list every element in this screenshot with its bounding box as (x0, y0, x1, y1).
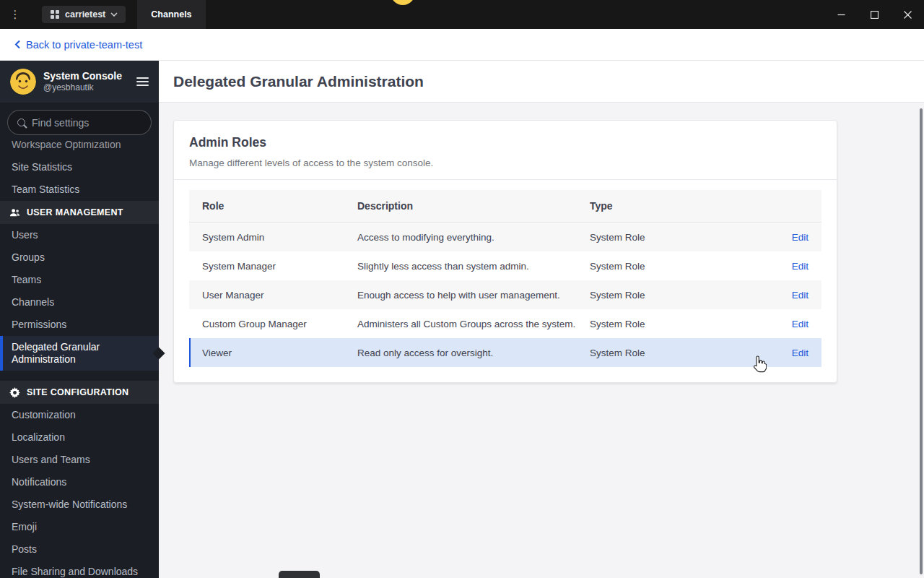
grid-icon (50, 9, 60, 20)
column-header-role: Role (189, 200, 344, 212)
card-subtitle: Manage different levels of access to the… (189, 158, 821, 168)
description-cell: Slightly less access than system admin. (344, 261, 577, 272)
sidebar-section-label: USER MANAGEMENT (27, 207, 123, 217)
card-divider (174, 179, 837, 180)
back-navigation-bar: Back to private-team-test (0, 29, 924, 61)
sidebar-item-site-statistics[interactable]: Site Statistics (0, 156, 159, 178)
sidebar-section-user-management: USER MANAGEMENT (0, 201, 159, 224)
table-row: Custom Group Manager Administers all Cus… (189, 309, 821, 338)
menu-icon[interactable] (136, 77, 149, 86)
card-header: Admin Roles Manage different levels of a… (174, 121, 837, 179)
chevron-left-icon (14, 40, 21, 49)
edit-link[interactable]: Edit (792, 290, 808, 301)
sidebar-item-emoji[interactable]: Emoji (0, 516, 159, 538)
table-row: User Manager Enough access to help with … (189, 280, 821, 309)
type-cell: System Role (577, 261, 692, 272)
tab-channels[interactable]: Channels (137, 0, 205, 29)
workspace-label: carrietest (65, 9, 105, 20)
search-pill (7, 110, 152, 135)
column-header-type: Type (577, 200, 692, 212)
sidebar-item-localization[interactable]: Localization (0, 426, 159, 449)
console-title: System Console (43, 70, 122, 83)
table-row: System Manager Slightly less access than… (189, 251, 821, 280)
workspace-selector[interactable]: carrietest (42, 6, 126, 23)
bottom-partial-element (279, 571, 320, 578)
sidebar-search (0, 103, 159, 141)
search-input[interactable] (32, 117, 141, 129)
sidebar-item-system-wide-notifications[interactable]: System-wide Notifications (0, 493, 159, 516)
description-cell: Enough access to help with user manageme… (344, 290, 577, 301)
type-cell: System Role (577, 232, 692, 243)
sidebar-item-groups[interactable]: Groups (0, 246, 159, 269)
sidebar-item-posts[interactable]: Posts (0, 538, 159, 561)
sidebar-item-customization[interactable]: Customization (0, 404, 159, 426)
app-menu-button[interactable]: ⋮ (0, 8, 30, 21)
window-controls (824, 0, 924, 29)
admin-roles-card: Admin Roles Manage different levels of a… (173, 120, 837, 383)
type-cell: System Role (577, 348, 692, 358)
sidebar-header: System Console @yesbhautik (0, 61, 159, 103)
table-row-highlighted: Viewer Read only access for oversight. S… (189, 338, 821, 367)
titlebar: ⋮ carrietest Channels (0, 0, 924, 29)
description-cell: Access to modifying everything. (344, 232, 577, 243)
sidebar-item-teams[interactable]: Teams (0, 269, 159, 291)
sidebar-header-text: System Console @yesbhautik (43, 70, 122, 94)
sidebar-item-file-sharing-and-downloads[interactable]: File Sharing and Downloads (0, 561, 159, 578)
table-header-row: Role Description Type (189, 190, 821, 223)
sidebar-item-users-and-teams[interactable]: Users and Teams (0, 449, 159, 471)
card-title: Admin Roles (189, 135, 821, 150)
role-cell: Custom Group Manager (189, 319, 344, 329)
search-icon (17, 118, 25, 126)
type-cell: System Role (577, 290, 692, 301)
description-cell: Read only access for oversight. (344, 348, 577, 358)
maximize-button[interactable] (858, 0, 891, 29)
edit-link[interactable]: Edit (792, 319, 808, 329)
minimize-button[interactable] (824, 0, 858, 29)
sidebar-item-notifications[interactable]: Notifications (0, 471, 159, 493)
sidebar-item-permissions[interactable]: Permissions (0, 314, 159, 336)
sidebar-item-team-statistics[interactable]: Team Statistics (0, 178, 159, 201)
tab-channels-label: Channels (151, 9, 191, 20)
sidebar-nav: Workspace Optimization Site Statistics T… (0, 134, 159, 578)
page-title: Delegated Granular Administration (173, 73, 424, 90)
back-link[interactable]: Back to private-team-test (14, 39, 142, 51)
chevron-down-icon (110, 12, 118, 17)
close-button[interactable] (891, 0, 924, 29)
main-content: Delegated Granular Administration Admin … (159, 61, 924, 578)
back-link-label: Back to private-team-test (26, 39, 142, 51)
sidebar-item-users[interactable]: Users (0, 224, 159, 246)
role-cell: System Manager (189, 261, 344, 272)
scrollbar-thumb[interactable] (920, 108, 923, 574)
page-header: Delegated Granular Administration (159, 61, 924, 103)
sidebar-item-channels[interactable]: Channels (0, 291, 159, 314)
avatar[interactable] (10, 69, 36, 95)
titlebar-emoji-partial (391, 0, 415, 5)
edit-link[interactable]: Edit (792, 261, 808, 272)
sidebar-section-site-configuration: SITE CONFIGURATION (0, 381, 159, 404)
people-icon (9, 207, 20, 218)
role-cell: System Admin (189, 232, 344, 243)
type-cell: System Role (577, 319, 692, 329)
role-cell: User Manager (189, 290, 344, 301)
edit-link[interactable]: Edit (792, 348, 808, 358)
sidebar-item-delegated-granular-administration[interactable]: Delegated Granular Administration (0, 336, 159, 371)
edit-link[interactable]: Edit (792, 232, 808, 243)
sidebar-section-label: SITE CONFIGURATION (27, 387, 128, 397)
table-row: System Admin Access to modifying everyth… (189, 223, 821, 251)
gear-icon (9, 387, 20, 398)
system-console-sidebar: System Console @yesbhautik Workspace Opt… (0, 61, 159, 578)
description-cell: Administers all Custom Groups across the… (344, 319, 577, 329)
console-username: @yesbhautik (43, 82, 122, 93)
role-cell: Viewer (189, 348, 344, 358)
admin-roles-table: Role Description Type System Admin Acces… (189, 190, 821, 367)
column-header-description: Description (344, 200, 577, 212)
